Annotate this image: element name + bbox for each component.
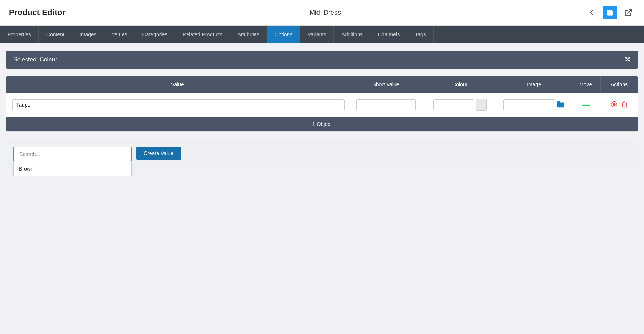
col-header-colour: Colour	[423, 76, 497, 93]
cell-colour	[423, 97, 497, 113]
bottom-section: Brown Red Stone Taupe White Create Value	[6, 139, 638, 169]
svg-point-2	[613, 103, 616, 106]
colour-input-group	[433, 99, 487, 111]
tab-attributes[interactable]: Attributes	[230, 26, 267, 43]
radio-icon	[611, 101, 617, 108]
external-link-icon	[624, 9, 633, 17]
browse-image-button[interactable]	[557, 100, 565, 110]
colour-swatch[interactable]	[476, 99, 487, 111]
col-header-image: Image	[497, 76, 571, 93]
tabs-nav: Properties Content Images Values Categor…	[0, 26, 644, 43]
table-row: —	[6, 93, 638, 117]
header: Product Editor Midi Dress	[0, 0, 644, 26]
back-button[interactable]	[585, 6, 598, 19]
create-value-button[interactable]: Create Value	[136, 147, 181, 160]
close-selection-button[interactable]: ✕	[624, 56, 631, 63]
radio-button[interactable]	[611, 101, 617, 109]
dropdown-item-brown[interactable]: Brown	[14, 161, 131, 176]
external-link-button[interactable]	[622, 6, 635, 19]
short-value-input[interactable]	[356, 99, 416, 110]
selected-bar-text: Selected: Colour	[13, 56, 57, 63]
col-header-short-value: Short Value	[349, 76, 423, 93]
save-button[interactable]	[603, 6, 617, 19]
tab-images[interactable]: Images	[72, 26, 104, 43]
value-input[interactable]	[12, 99, 345, 110]
tab-content[interactable]: Content	[39, 26, 72, 43]
svg-line-0	[628, 10, 631, 13]
tab-options[interactable]: Options	[267, 26, 300, 43]
search-input[interactable]	[13, 147, 132, 161]
tab-channels[interactable]: Channels	[370, 26, 407, 43]
main-content: Selected: Colour ✕ Value Short Value Col…	[0, 43, 644, 176]
product-name: Midi Dress	[309, 9, 341, 17]
col-header-value: Value	[6, 76, 349, 93]
search-wrapper: Brown Red Stone Taupe White	[13, 147, 132, 161]
table-footer: 1 Object	[6, 117, 638, 131]
trash-icon	[621, 101, 628, 108]
page-title: Product Editor	[9, 8, 66, 17]
tab-tags[interactable]: Tags	[407, 26, 434, 43]
tab-values[interactable]: Values	[104, 26, 135, 43]
cell-image	[497, 97, 571, 113]
tab-additions[interactable]: Additions	[334, 26, 370, 43]
col-header-actions: Actions	[601, 76, 638, 93]
tab-properties[interactable]: Properties	[0, 26, 39, 43]
image-input[interactable]	[503, 99, 555, 110]
col-header-move: Move	[571, 76, 601, 93]
header-actions	[585, 6, 635, 19]
colour-text-input[interactable]	[433, 99, 474, 110]
cell-value	[6, 97, 349, 113]
chevron-left-icon	[587, 9, 596, 17]
tab-variants[interactable]: Variants	[300, 26, 334, 43]
table-header: Value Short Value Colour Image Move Acti…	[6, 76, 638, 93]
cell-short-value	[349, 97, 423, 113]
tab-categories[interactable]: Categories	[135, 26, 175, 43]
cell-actions	[601, 99, 638, 111]
save-icon	[606, 9, 614, 16]
delete-row-button[interactable]	[621, 101, 628, 109]
folder-icon	[557, 100, 565, 108]
cell-move: —	[571, 98, 601, 111]
table-footer-text: 1 Object	[312, 121, 332, 127]
search-dropdown: Brown Red Stone Taupe White	[13, 161, 132, 176]
tab-related-products[interactable]: Related Products	[175, 26, 230, 43]
remove-row-button[interactable]: —	[582, 101, 590, 109]
options-table: Value Short Value Colour Image Move Acti…	[6, 76, 638, 132]
selected-bar: Selected: Colour ✕	[6, 51, 638, 69]
